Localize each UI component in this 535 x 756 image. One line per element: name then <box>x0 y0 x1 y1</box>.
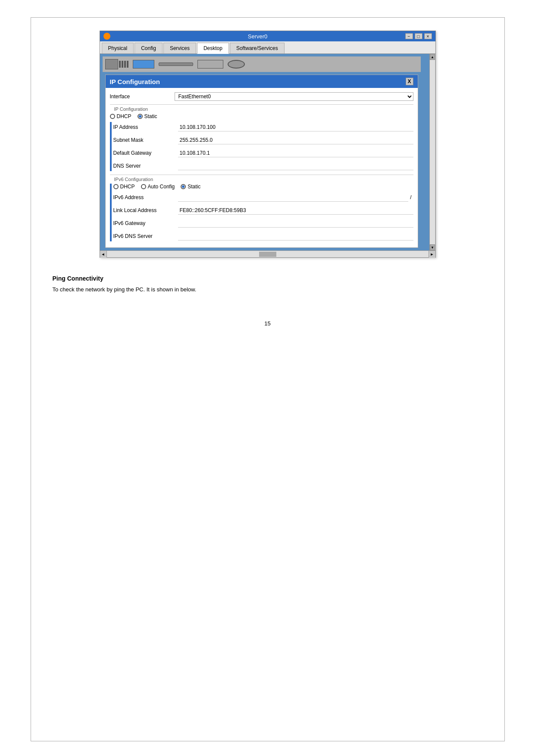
tab-desktop[interactable]: Desktop <box>197 43 229 54</box>
ipv6-auto-radio[interactable] <box>141 184 146 189</box>
ipv6-auto-option[interactable]: Auto Config <box>141 184 175 190</box>
tab-bar: Physical Config Services Desktop Softwar… <box>100 41 435 54</box>
ip-address-label: IP Address <box>113 124 178 130</box>
ipv6-suffix: / <box>408 194 413 200</box>
ip-radio-row: DHCP Static <box>110 113 413 119</box>
ip-config-close-button[interactable]: X <box>406 78 413 85</box>
ip-config-dialog: IP Configuration X Interface FastEtherne… <box>105 75 418 248</box>
ipv6-section-label: IPv6 Configuration <box>110 177 413 182</box>
interface-select[interactable]: FastEthernet0 <box>175 92 413 101</box>
subnet-mask-input[interactable] <box>178 136 413 144</box>
ipv6-address-label: IPv6 Address <box>113 194 178 200</box>
link-local-label: Link Local Address <box>113 207 178 213</box>
ipv6-section: DHCP Auto Config Static <box>110 184 413 241</box>
ip-config-title: IP Configuration <box>110 78 160 85</box>
ipv6-address-input[interactable] <box>178 194 409 202</box>
scroll-left-button[interactable]: ◄ <box>100 251 107 258</box>
close-button[interactable]: × <box>424 33 432 39</box>
tab-software-services[interactable]: Software/Services <box>230 43 285 53</box>
section-text: To check the network by ping the PC. It … <box>53 285 483 294</box>
minimize-button[interactable]: − <box>405 33 413 39</box>
ipv6-static-radio[interactable] <box>181 184 186 189</box>
ipv6-gateway-row: IPv6 Gateway <box>113 218 413 228</box>
interface-row: Interface FastEthernet0 <box>110 91 413 102</box>
tab-services[interactable]: Services <box>163 43 196 53</box>
default-gateway-label: Default Gateway <box>113 150 178 156</box>
scroll-track <box>430 60 435 244</box>
static-radio[interactable] <box>138 114 143 119</box>
titlebar: Server0 − □ × <box>100 31 435 41</box>
ipv6-dns-input[interactable] <box>178 232 413 241</box>
ip-section-label: IP Configuration <box>110 106 413 112</box>
default-gateway-input[interactable] <box>178 149 413 157</box>
body-section: Ping Connectivity To check the network b… <box>44 275 491 294</box>
sim-body: IP Configuration X Interface FastEtherne… <box>100 54 429 250</box>
ipv6-static-option[interactable]: Static <box>181 184 200 190</box>
ip-config-header: IP Configuration X <box>106 75 418 88</box>
static-option[interactable]: Static <box>138 113 157 119</box>
window-controls: − □ × <box>405 33 432 39</box>
ipv6-gateway-label: IPv6 Gateway <box>113 220 178 226</box>
default-gateway-row: Default Gateway <box>113 148 413 158</box>
window-title: Server0 <box>110 33 405 40</box>
ipv6-dhcp-label: DHCP <box>120 184 135 190</box>
ip-fields-section: IP Address Subnet Mask Default Gateway <box>110 122 413 171</box>
link-local-input[interactable] <box>178 206 413 215</box>
static-label: Static <box>144 113 157 119</box>
ipv6-address-row: IPv6 Address / <box>113 192 413 203</box>
subnet-mask-row: Subnet Mask <box>113 135 413 145</box>
section-heading: Ping Connectivity <box>53 275 483 282</box>
dns-server-label: DNS Server <box>113 163 178 169</box>
tab-physical[interactable]: Physical <box>102 43 134 53</box>
tab-config[interactable]: Config <box>135 43 163 53</box>
ip-address-input[interactable] <box>178 123 413 131</box>
dhcp-radio[interactable] <box>110 114 115 119</box>
restore-button[interactable]: □ <box>415 33 422 39</box>
link-local-row: Link Local Address <box>113 205 413 216</box>
ipv6-dhcp-radio[interactable] <box>113 184 119 189</box>
ipv6-dhcp-option[interactable]: DHCP <box>113 184 135 190</box>
page-container: Server0 − □ × Physical Config Services D… <box>31 17 505 741</box>
ipv6-auto-label: Auto Config <box>148 184 175 190</box>
scroll-right-button[interactable]: ► <box>429 251 435 258</box>
ip-config-body: Interface FastEthernet0 IP Configuration <box>106 88 418 247</box>
ipv6-dns-label: IPv6 DNS Server <box>113 233 178 239</box>
dns-server-input[interactable] <box>178 162 413 170</box>
ipv6-gateway-input[interactable] <box>178 219 413 228</box>
ipv6-static-label: Static <box>188 184 200 190</box>
ipv6-dns-row: IPv6 DNS Server <box>113 231 413 241</box>
scroll-track-h <box>107 251 429 257</box>
scroll-down-button[interactable]: ▼ <box>430 244 435 250</box>
dhcp-label: DHCP <box>117 113 131 119</box>
sim-body-wrapper: IP Configuration X Interface FastEtherne… <box>100 54 435 250</box>
ipv6-radio-row: DHCP Auto Config Static <box>113 184 413 190</box>
subnet-mask-label: Subnet Mask <box>113 137 178 143</box>
dhcp-option[interactable]: DHCP <box>110 113 131 119</box>
interface-label: Interface <box>110 94 175 100</box>
device-toolbar <box>103 56 421 72</box>
vertical-scrollbar[interactable]: ▲ ▼ <box>429 54 435 250</box>
horizontal-scrollbar: ◄ ► <box>100 250 435 257</box>
scroll-up-button[interactable]: ▲ <box>430 54 435 60</box>
simulator-window: Server0 − □ × Physical Config Services D… <box>100 31 436 258</box>
dns-server-row: DNS Server <box>113 161 413 171</box>
scroll-thumb-h <box>259 252 276 257</box>
app-icon <box>103 33 110 40</box>
page-number: 15 <box>44 320 491 327</box>
ip-address-row: IP Address <box>113 122 413 132</box>
